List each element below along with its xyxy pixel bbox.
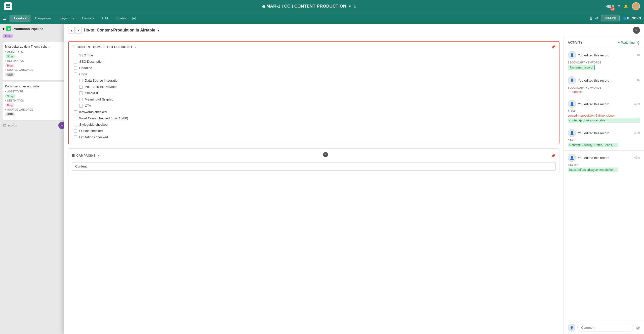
kanban-card[interactable]: Mitarbeiter zu dem Thema schu… ASSET TYP… bbox=[3, 42, 65, 80]
activity-item: 👤 You edited this record 42m SLUG conted… bbox=[564, 97, 644, 126]
checklist-section-header: ☰ CONTENT COMPLETED CHECKLIST ▾ 📌 bbox=[72, 45, 555, 49]
checklist-item: Keywords checked bbox=[73, 109, 554, 115]
watching-button[interactable]: 〜 Watching bbox=[617, 40, 635, 45]
modal-form: ☰ CONTENT COMPLETED CHECKLIST ▾ 📌 SEO Ti… bbox=[64, 37, 564, 334]
checklist-chevron-icon[interactable]: ▾ bbox=[135, 46, 137, 49]
checklist-item: Limitations checked bbox=[73, 134, 554, 140]
checkbox-outline[interactable] bbox=[74, 129, 77, 133]
checkbox-limitations[interactable] bbox=[74, 136, 77, 139]
activity-avatar: 👤 bbox=[568, 100, 576, 108]
add-tab-button[interactable]: ⊞ bbox=[132, 16, 136, 21]
title-chevron-icon[interactable]: ▾ bbox=[158, 29, 159, 32]
checkbox-headline[interactable] bbox=[74, 66, 77, 70]
campaigns-section-header: ☰ CAMPAIGNS ▾ − 📌 bbox=[72, 152, 556, 159]
at-mention-button[interactable]: @ bbox=[636, 325, 640, 330]
activity-field-label: SECONDARY KEYWORDS bbox=[568, 86, 640, 89]
checklist-item: Word Count checked (min. 1.700) bbox=[73, 115, 554, 121]
checkbox-data-source[interactable] bbox=[79, 79, 83, 82]
checklist-items: SEO Title SEO Description Headline bbox=[72, 52, 555, 140]
user-avatar[interactable] bbox=[632, 2, 640, 10]
checklist-pin-icon[interactable]: 📌 bbox=[551, 45, 556, 49]
campaigns-pin-icon[interactable]: 📌 bbox=[551, 154, 556, 158]
activity-avatar: 👤 bbox=[568, 76, 576, 84]
chevron-down-icon[interactable]: ▾ bbox=[3, 26, 5, 31]
tab-formats[interactable]: Formats bbox=[78, 15, 98, 22]
menu-icon[interactable]: ☰ bbox=[3, 16, 7, 21]
activity-panel: ACTIVITY 〜 Watching ❮ 👤 You edited this … bbox=[564, 37, 644, 334]
asset-type-label: ASSET TYPE bbox=[5, 50, 63, 53]
activity-time: 1h bbox=[637, 53, 640, 57]
activity-item-header: 👤 You edited this record 40m bbox=[568, 154, 640, 162]
activity-cta-url: https://offers.crispycontent.de/kont… bbox=[568, 168, 618, 172]
tab-campaigns[interactable]: Campaigns bbox=[31, 15, 55, 22]
activity-item-header: 👤 You edited this record 42m bbox=[568, 100, 640, 108]
activity-header: ACTIVITY 〜 Watching ❮ bbox=[564, 37, 644, 48]
checkbox-graphic[interactable] bbox=[79, 98, 83, 101]
checkbox-styleguide[interactable] bbox=[74, 123, 77, 126]
checkbox-seo-title[interactable] bbox=[74, 54, 77, 57]
tab-briefing[interactable]: Briefing bbox=[113, 15, 131, 22]
checkbox-copy[interactable] bbox=[74, 73, 77, 76]
checkbox-keywords[interactable] bbox=[74, 110, 77, 114]
help-icon[interactable]: ? bbox=[618, 5, 620, 8]
campaigns-icon: ☰ bbox=[72, 154, 75, 157]
svg-rect-2 bbox=[6, 7, 8, 8]
blocks-label[interactable]: 👥 BLOCKS bbox=[622, 16, 641, 20]
checklist-item: CTA bbox=[73, 103, 554, 109]
campaigns-chevron-icon[interactable]: ▾ bbox=[98, 154, 100, 157]
next-record-button[interactable]: ▾ bbox=[75, 27, 82, 34]
campaigns-input[interactable]: Content bbox=[72, 162, 556, 171]
notification-icon[interactable]: 🔔 15 bbox=[624, 5, 628, 8]
activity-item-header: 👤 You edited this record 1h bbox=[568, 76, 640, 84]
checkbox-word-count[interactable] bbox=[74, 117, 77, 120]
destination-tag: Blog bbox=[5, 103, 15, 107]
close-modal-button[interactable]: × bbox=[633, 27, 640, 34]
main-container: ▾ ▦ Production Pipeline ⋯ Idea ▾ Mitarbe… bbox=[0, 24, 644, 334]
checklist-item: SEO Description bbox=[73, 58, 554, 65]
comment-avatar: 👤 bbox=[568, 324, 575, 331]
modal-header: ▴ ▾ Ho-to: Content-Produktion in Airtabl… bbox=[64, 24, 644, 37]
modal-nav-arrows: ▴ ▾ bbox=[68, 27, 82, 34]
record-modal: ▴ ▾ Ho-to: Content-Produktion in Airtabl… bbox=[64, 24, 644, 334]
activity-item: 👤 You edited this record 40m CTA URL htt… bbox=[564, 151, 644, 175]
comment-input[interactable] bbox=[577, 324, 634, 331]
source-lang-tag: GER bbox=[5, 73, 15, 77]
checkbox-cta[interactable] bbox=[79, 104, 83, 108]
delete-icon[interactable]: 🗑 bbox=[589, 16, 592, 20]
activity-avatar: 👤 bbox=[568, 51, 576, 59]
modal-body: ☰ CONTENT COMPLETED CHECKLIST ▾ 📌 SEO Ti… bbox=[64, 37, 644, 334]
activity-item: 👤 You edited this record 40m CTA Content… bbox=[564, 126, 644, 151]
activity-item: 👤 You edited this record 1h SECONDARY KE… bbox=[564, 48, 644, 73]
share-button[interactable]: SHARE bbox=[601, 15, 620, 21]
campaigns-collapse-button[interactable]: − bbox=[323, 152, 328, 157]
kanban-card[interactable]: Kontinuierliches und rollie… ASSET TYPE … bbox=[3, 82, 65, 120]
history-icon[interactable]: ⏱ bbox=[595, 16, 598, 20]
activity-time: 42m bbox=[634, 102, 640, 106]
activity-slug-added: content-produktion-airtable bbox=[568, 118, 640, 123]
activity-time: 1h bbox=[637, 79, 640, 82]
asset-type-label: ASSET TYPE bbox=[5, 90, 63, 93]
tab-assets[interactable]: Assets ▾ bbox=[10, 15, 30, 22]
checkbox-seo-description[interactable] bbox=[74, 60, 77, 63]
checklist-icon: ☰ bbox=[72, 45, 75, 49]
activity-item-header: 👤 You edited this record 40m bbox=[568, 129, 640, 137]
activity-text: You edited this record bbox=[578, 131, 632, 135]
collapse-panel-button[interactable]: ❮ bbox=[637, 40, 640, 45]
modal-title: Ho-to: Content-Produktion in Airtable ▾ bbox=[84, 28, 631, 32]
records-count: 22 records bbox=[3, 124, 17, 127]
destination-tag: Blog bbox=[5, 63, 15, 68]
checkbox-backlink[interactable] bbox=[79, 85, 83, 89]
prev-record-button[interactable]: ▴ bbox=[68, 27, 75, 34]
activity-value-new: Unnamed record bbox=[568, 65, 595, 70]
checkbox-checklist[interactable] bbox=[79, 91, 83, 95]
nav-right-actions: 🗑 ⏱ SHARE 👥 BLOCKS bbox=[589, 15, 641, 21]
checklist-item: Headline bbox=[73, 65, 554, 71]
pipeline-title: Production Pipeline bbox=[13, 27, 43, 31]
activity-time: 40m bbox=[634, 156, 640, 159]
checklist-item: Styleguide checked bbox=[73, 121, 554, 128]
top-navigation: ◉ MAR-1 | CC | CONTENT PRODUCTION ▾ ℹ HE… bbox=[0, 0, 644, 13]
tab-cta[interactable]: CTA bbox=[99, 15, 112, 22]
tab-keywords[interactable]: Keywords bbox=[56, 15, 77, 22]
svg-rect-3 bbox=[8, 7, 10, 8]
app-logo[interactable] bbox=[4, 2, 12, 10]
